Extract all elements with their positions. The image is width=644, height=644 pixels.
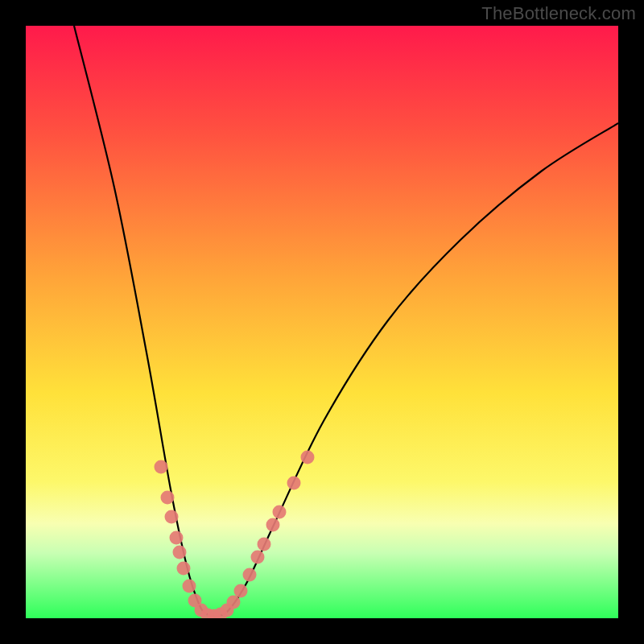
- data-marker: [243, 568, 257, 582]
- data-marker: [165, 510, 179, 524]
- data-marker: [287, 477, 301, 490]
- data-marker: [266, 518, 280, 532]
- watermark-text: TheBottleneck.com: [481, 3, 636, 24]
- plot-area: [26, 26, 618, 618]
- data-marker: [183, 580, 196, 593]
- chart-frame: TheBottleneck.com: [0, 0, 644, 644]
- curve-layer: [74, 26, 618, 616]
- data-marker: [173, 546, 187, 559]
- data-marker: [301, 451, 315, 464]
- bottleneck-curve: [74, 26, 618, 616]
- chart-svg: [26, 26, 618, 618]
- data-marker: [251, 551, 265, 564]
- data-marker: [234, 584, 248, 598]
- data-marker: [161, 491, 175, 505]
- data-marker: [227, 596, 241, 609]
- data-marker: [258, 538, 271, 551]
- marker-layer: [155, 451, 315, 619]
- data-marker: [170, 531, 184, 545]
- data-marker: [177, 562, 191, 576]
- data-marker: [273, 506, 287, 519]
- data-marker: [155, 460, 168, 474]
